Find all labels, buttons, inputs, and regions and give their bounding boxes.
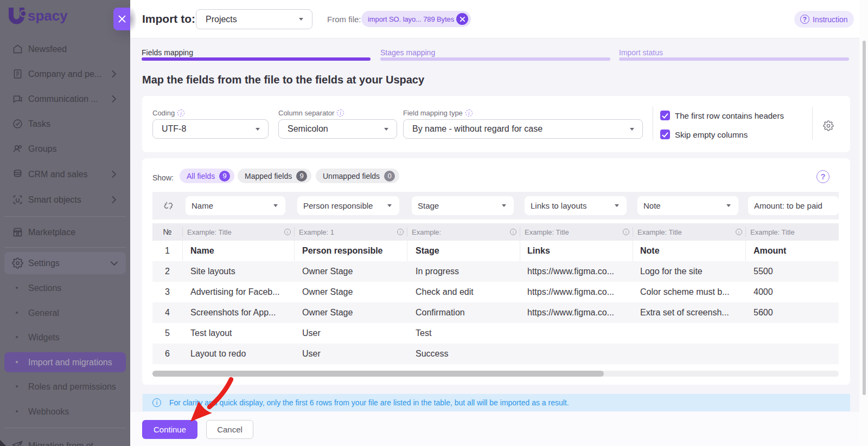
svg-text:spacy: spacy — [28, 8, 68, 24]
